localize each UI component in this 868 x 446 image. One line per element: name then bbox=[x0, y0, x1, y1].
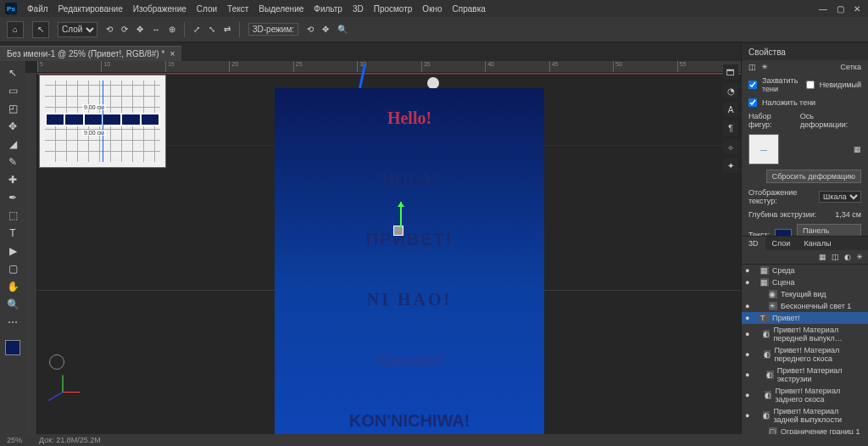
crop-tool[interactable]: ✥ bbox=[3, 118, 23, 135]
zoom-level[interactable]: 25% bbox=[7, 436, 22, 444]
filter-mesh-icon[interactable]: ◫ bbox=[832, 253, 839, 261]
ruler-horizontal[interactable]: 510152025303540455055 bbox=[37, 61, 741, 73]
right-icon-strip: 🗔 ◔ A ¶ ⟐ ✦ bbox=[721, 44, 741, 173]
3d-item[interactable]: ●◐Привет! Материал задней выпуклости bbox=[742, 405, 868, 426]
ri-3[interactable]: A bbox=[723, 102, 738, 117]
3d-item[interactable]: ●◐Привет! Материал заднего скоса bbox=[742, 385, 868, 405]
gizmo-center[interactable] bbox=[393, 226, 403, 236]
3d-rotate-handle[interactable] bbox=[427, 77, 439, 89]
visibility-icon[interactable]: ● bbox=[745, 314, 754, 322]
pan-icon[interactable]: ✥ bbox=[136, 25, 143, 34]
menu-select[interactable]: Выделение bbox=[259, 4, 303, 14]
lasso-tool[interactable]: ◰ bbox=[3, 100, 23, 117]
zoom-tool[interactable]: 🔍 bbox=[3, 296, 23, 313]
extrusion-depth-value[interactable]: 1,34 см bbox=[835, 210, 861, 219]
move-tool[interactable]: ↖ bbox=[3, 64, 23, 81]
menu-window[interactable]: Окно bbox=[422, 4, 442, 14]
visibility-icon[interactable]: ● bbox=[745, 411, 751, 420]
filter-material-icon[interactable]: ◐ bbox=[844, 253, 851, 261]
path-tool[interactable]: ▶ bbox=[3, 243, 23, 259]
deform-axis-btn[interactable]: ▦ bbox=[854, 145, 861, 153]
ri-4[interactable]: ¶ bbox=[723, 120, 738, 136]
ri-2[interactable]: ◔ bbox=[723, 83, 738, 98]
move-icon[interactable]: ⇄ bbox=[224, 25, 231, 34]
3d-text-object[interactable]: Hello! HOLA! ПРИВЕТ! NI HAO! Namaste! KO… bbox=[275, 88, 544, 434]
menu-view[interactable]: Просмотр bbox=[374, 4, 413, 14]
home-icon[interactable]: ⌂ bbox=[7, 21, 24, 38]
tool-preset-icon[interactable]: ↖ bbox=[32, 21, 49, 38]
tab-3d[interactable]: 3D bbox=[742, 237, 765, 250]
visibility-icon[interactable]: ● bbox=[745, 371, 753, 379]
ruler-vertical[interactable] bbox=[25, 73, 37, 434]
visibility-icon[interactable]: ● bbox=[745, 266, 754, 275]
hand-tool[interactable]: ✋ bbox=[3, 278, 23, 295]
cb-invisible[interactable] bbox=[806, 81, 815, 89]
gizmo-y-axis[interactable] bbox=[400, 202, 402, 227]
visibility-icon[interactable]: ● bbox=[745, 278, 754, 287]
3d-item[interactable]: ●◐Привет! Материал передней выпукл… bbox=[742, 324, 868, 344]
tab-close-icon[interactable]: × bbox=[170, 49, 175, 59]
3d-item[interactable]: ●◐Привет! Материал экструзии bbox=[742, 365, 868, 385]
frame-tool[interactable]: ◢ bbox=[3, 136, 23, 153]
3d-item[interactable]: ●◐Привет! Материал переднего скоса bbox=[742, 344, 868, 365]
properties-tab[interactable]: Свойства bbox=[742, 44, 868, 60]
menu-filter[interactable]: Фильтр bbox=[314, 4, 342, 14]
tab-channels[interactable]: Каналы bbox=[797, 237, 837, 250]
3d-item[interactable]: ▢Ограничение границ 1 bbox=[742, 426, 868, 434]
tab-layers[interactable]: Слои bbox=[765, 237, 798, 250]
layer-select[interactable]: Слой bbox=[58, 22, 97, 37]
3d-axis-widget[interactable] bbox=[54, 375, 88, 409]
3d-gizmo[interactable] bbox=[393, 226, 403, 236]
3d-pan-icon[interactable]: ✥ bbox=[322, 25, 329, 34]
3d-orbit-icon[interactable]: ⟲ bbox=[307, 25, 314, 34]
visibility-icon[interactable]: ● bbox=[745, 330, 751, 338]
menu-image[interactable]: Изображение bbox=[133, 4, 186, 14]
window-close-icon[interactable]: ✕ bbox=[851, 4, 863, 14]
menu-layers[interactable]: Слои bbox=[197, 4, 217, 14]
type-tool[interactable]: T bbox=[3, 225, 23, 242]
slide-icon[interactable]: ↔ bbox=[152, 25, 160, 34]
eyedropper-tool[interactable]: ✎ bbox=[3, 153, 23, 170]
3d-item[interactable]: ●☀Бесконечный свет 1 bbox=[742, 300, 868, 312]
visibility-icon[interactable]: ● bbox=[745, 350, 751, 359]
window-min-icon[interactable]: — bbox=[817, 4, 829, 14]
more-tool[interactable]: ⋯ bbox=[3, 314, 23, 331]
marquee-tool[interactable]: ▭ bbox=[3, 82, 23, 99]
menu-edit[interactable]: Редактирование bbox=[58, 4, 123, 14]
color-swatch[interactable] bbox=[5, 340, 20, 355]
rotate-icon[interactable]: ⤢ bbox=[193, 25, 200, 34]
reset-deform-button[interactable]: Сбросить деформацию bbox=[766, 170, 861, 183]
stamp-tool[interactable]: ⬚ bbox=[3, 207, 23, 224]
zoom-icon[interactable]: ⊕ bbox=[169, 25, 175, 34]
menu-3d[interactable]: 3D bbox=[353, 4, 364, 14]
brush-tool[interactable]: ✒ bbox=[3, 189, 23, 206]
3d-item[interactable]: ●TПривет! bbox=[742, 312, 868, 324]
cb-catch-shadows[interactable] bbox=[748, 81, 757, 89]
window-max-icon[interactable]: ▢ bbox=[834, 4, 846, 14]
cb-cast-shadows[interactable] bbox=[748, 98, 757, 107]
ri-5[interactable]: ⟐ bbox=[723, 139, 738, 154]
3d-item[interactable]: ●▦Сцена bbox=[742, 276, 868, 288]
navigator-panel[interactable]: 9.00 см 9.00 см bbox=[39, 75, 166, 168]
menu-help[interactable]: Справка bbox=[453, 4, 486, 14]
heal-tool[interactable]: ✚ bbox=[3, 171, 23, 188]
menu-file[interactable]: Файл bbox=[27, 4, 48, 14]
filter-scene-icon[interactable]: ▦ bbox=[819, 253, 826, 261]
3d-zoom-icon[interactable]: 🔍 bbox=[337, 25, 348, 34]
filter-light-icon[interactable]: ☀ bbox=[856, 253, 863, 261]
shape-tool[interactable]: ▢ bbox=[3, 260, 23, 277]
canvas[interactable]: Hello! HOLA! ПРИВЕТ! NI HAO! Namaste! KO… bbox=[37, 73, 741, 434]
menu-text[interactable]: Текст bbox=[227, 4, 248, 14]
3d-item[interactable]: ●▦Среда bbox=[742, 265, 868, 276]
shape-preset-thumb[interactable]: — bbox=[748, 134, 779, 164]
scale-icon[interactable]: ⤡ bbox=[209, 25, 215, 34]
3d-item[interactable]: ◉Текущий вид bbox=[742, 288, 868, 300]
ri-6[interactable]: ✦ bbox=[723, 158, 738, 173]
visibility-icon[interactable]: ● bbox=[745, 302, 754, 310]
orbit-icon[interactable]: ⟲ bbox=[106, 25, 113, 34]
ri-1[interactable]: 🗔 bbox=[723, 64, 738, 80]
document-tab[interactable]: Без имени-1 @ 25% (Привет!, RGB/8#) * × bbox=[0, 46, 181, 61]
visibility-icon[interactable]: ● bbox=[745, 391, 752, 399]
texture-mapping-select[interactable]: Шкала bbox=[819, 191, 861, 203]
roll-icon[interactable]: ⟳ bbox=[121, 25, 128, 34]
